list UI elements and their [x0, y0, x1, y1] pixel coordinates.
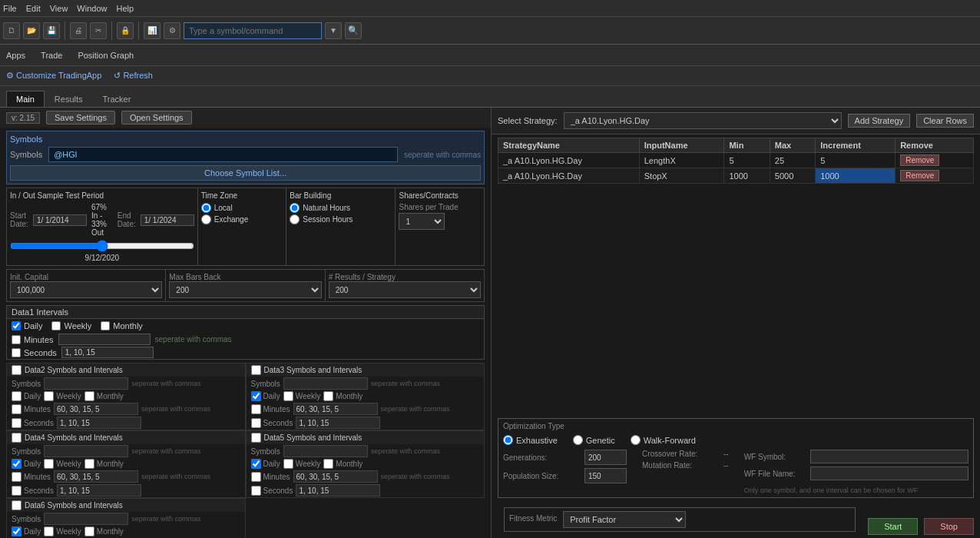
position-graph-link[interactable]: Position Graph — [78, 51, 134, 60]
data4-enabled-checkbox[interactable] — [12, 433, 22, 443]
trade-link[interactable]: Trade — [41, 51, 62, 60]
tab-results[interactable]: Results — [45, 91, 93, 107]
tab-tracker[interactable]: Tracker — [93, 91, 141, 107]
row1-remove-button[interactable]: Remove — [900, 154, 939, 166]
data1-section: Data1 Intervals Daily Weekly Monthly Min… — [6, 305, 485, 360]
data1-minutes-input[interactable] — [58, 334, 151, 345]
toolbar-icon-settings[interactable]: ⚙ — [164, 22, 180, 39]
choose-symbol-button[interactable]: Choose Symbol List... — [10, 165, 481, 181]
menu-view[interactable]: View — [50, 4, 68, 13]
data3-panel: Data3 Symbols and Intervals Symbols sepe… — [246, 363, 485, 430]
row2-min: 1000 — [724, 168, 770, 184]
data1-monthly-checkbox[interactable]: Monthly — [101, 321, 143, 330]
open-settings-button[interactable]: Open Settings — [121, 111, 192, 125]
natural-hours-radio[interactable] — [290, 203, 300, 213]
wf-file-input[interactable] — [810, 467, 968, 480]
toolbar-icon-save[interactable]: 💾 — [43, 22, 60, 39]
symbol-command-input[interactable] — [184, 22, 322, 39]
max-bars-select[interactable]: 200 — [169, 281, 321, 298]
data2-seconds-input[interactable] — [57, 417, 141, 429]
tab-main[interactable]: Main — [6, 91, 45, 107]
menu-file[interactable]: File — [3, 4, 17, 13]
data3-symbols-input[interactable] — [283, 377, 368, 390]
strategy-header: Select Strategy: _a A10.Lyon.HG.Day Add … — [492, 108, 980, 134]
wf-symbol-label: WF Symbol: — [744, 453, 806, 461]
data1-minutes-checkbox[interactable]: Minutes — [12, 335, 54, 344]
fitness-title: Fitness Metric — [509, 514, 557, 523]
apps-link[interactable]: Apps — [6, 51, 25, 60]
toolbar-icon-print[interactable]: 🖨 — [70, 22, 87, 39]
toolbar-dropdown-icon[interactable]: ▼ — [325, 22, 342, 39]
local-radio[interactable] — [201, 203, 211, 213]
strategy-select[interactable]: _a A10.Lyon.HG.Day — [564, 112, 842, 129]
date-slider[interactable] — [10, 240, 194, 252]
stop-button[interactable]: Stop — [924, 518, 974, 535]
fitness-metric-select[interactable]: Profit Factor Net Profit Sharpe Ratio Ma… — [563, 511, 686, 528]
data5-title: Data5 Symbols and Intervals — [247, 431, 485, 444]
add-strategy-button[interactable]: Add Strategy — [848, 114, 911, 128]
session-hours-radio[interactable] — [290, 214, 300, 224]
toolbar-icon-lock[interactable]: 🔒 — [117, 22, 134, 39]
generations-label: Generations: — [503, 453, 580, 462]
symbols-header: Symbols — [10, 134, 481, 144]
data1-daily-checkbox[interactable]: Daily — [12, 321, 42, 330]
data6-enabled-checkbox[interactable] — [12, 500, 22, 510]
data3-seconds-input[interactable] — [296, 417, 380, 429]
data1-title: Data1 Intervals — [7, 306, 484, 319]
data1-seconds-input[interactable] — [61, 347, 154, 358]
fitness-section: Fitness Metric Profit Factor Net Profit … — [504, 507, 856, 532]
data4-seconds-row: Seconds — [7, 483, 245, 497]
date-inputs-row: Start Date: 67% In - 33% Out End Date: — [10, 203, 194, 237]
data4-seconds-input[interactable] — [57, 484, 141, 496]
start-button[interactable]: Start — [868, 518, 918, 535]
data5-enabled-checkbox[interactable] — [251, 433, 261, 443]
toolbar-icon-chart[interactable]: 📊 — [144, 22, 161, 39]
toolbar-icon-cut[interactable]: ✂ — [90, 22, 107, 39]
start-date-input[interactable] — [33, 214, 87, 226]
optim-right-params: WF Symbol: WF File Name: Only one symbol… — [744, 450, 968, 494]
population-input[interactable] — [584, 468, 627, 483]
data4-minutes-input[interactable] — [54, 470, 138, 483]
clear-rows-button[interactable]: Clear Rows — [916, 114, 974, 128]
end-date-label: End Date: — [118, 211, 136, 228]
data2-minutes-input[interactable] — [54, 403, 138, 415]
data1-seconds-checkbox[interactable]: Seconds — [12, 348, 57, 357]
percentage-label: 67% In - 33% Out — [91, 203, 113, 237]
menu-window[interactable]: Window — [77, 4, 107, 13]
results-strategy-select[interactable]: 200 — [329, 281, 481, 298]
data1-weekly-checkbox[interactable]: Weekly — [51, 321, 91, 330]
end-date-input[interactable] — [141, 214, 194, 226]
row2-remove-button[interactable]: Remove — [900, 170, 939, 181]
refresh-link[interactable]: ↺ Refresh — [114, 71, 153, 81]
data3-enabled-checkbox[interactable] — [251, 365, 261, 375]
shares-per-trade-select[interactable]: 1 — [399, 213, 445, 230]
menu-help[interactable]: Help — [116, 4, 134, 13]
init-capital-select[interactable]: 100,000 — [10, 281, 162, 298]
data2-title: Data2 Symbols and Intervals — [7, 364, 245, 377]
symbols-input[interactable] — [48, 147, 398, 162]
data4-symbols-input[interactable] — [44, 445, 128, 457]
data3-minutes-input[interactable] — [293, 403, 378, 415]
data2-enabled-checkbox[interactable] — [12, 365, 22, 375]
data5-interval-row: Daily Weekly Monthly — [247, 458, 485, 470]
data5-minutes-input[interactable] — [293, 470, 378, 483]
wf-note: Only one symbol, and one interval can be… — [744, 487, 968, 494]
save-settings-button[interactable]: Save Settings — [46, 111, 115, 125]
wf-symbol-input[interactable] — [810, 450, 968, 463]
toolbar-icon-new[interactable]: 🗋 — [3, 22, 20, 39]
results-strategy-section: # Results / Strategy 200 — [326, 270, 484, 301]
generations-input[interactable] — [584, 450, 627, 465]
data5-seconds-input[interactable] — [296, 484, 380, 496]
toolbar-search-icon[interactable]: 🔍 — [345, 22, 362, 39]
data2-symbols-input[interactable] — [44, 377, 128, 390]
mutation-label: Mutation Rate: — [642, 461, 719, 470]
exchange-radio[interactable] — [201, 214, 211, 224]
menu-edit[interactable]: Edit — [26, 4, 41, 13]
data3-interval-row: Daily Weekly Monthly — [247, 390, 485, 402]
session-radio-row: Session Hours — [290, 214, 392, 224]
toolbar-icon-open[interactable]: 📂 — [23, 22, 40, 39]
capital-row: Init. Capital 100,000 Max Bars Back 200 … — [6, 269, 485, 302]
data5-symbols-input[interactable] — [283, 445, 368, 457]
customize-link[interactable]: ⚙ Customize TradingApp — [6, 71, 101, 81]
data6-symbols-input[interactable] — [44, 513, 128, 525]
